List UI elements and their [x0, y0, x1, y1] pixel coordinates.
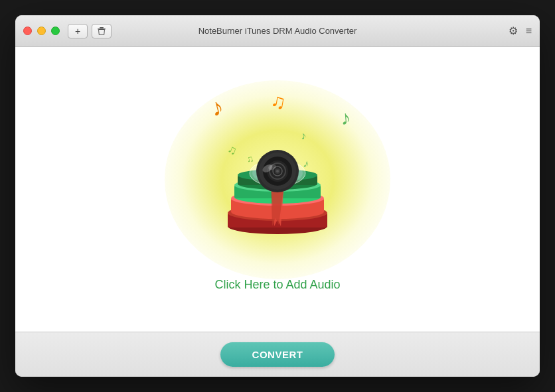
traffic-lights	[23, 27, 60, 35]
title-bar: + NoteBurner iTunes DRM Audio Converter …	[15, 15, 540, 47]
menu-icon[interactable]: ≡	[526, 25, 532, 37]
svg-text:♪: ♪	[302, 157, 310, 169]
delete-button[interactable]	[92, 24, 112, 38]
center-artwork: ♪ ♫ ♪ ♫ ♪	[178, 87, 377, 259]
svg-rect-1	[100, 27, 104, 29]
main-content[interactable]: ♪ ♫ ♪ ♫ ♪	[15, 47, 540, 332]
app-window: + NoteBurner iTunes DRM Audio Converter …	[15, 15, 540, 377]
svg-point-23	[276, 170, 279, 172]
title-bar-right: ⚙ ≡	[509, 25, 532, 37]
close-button[interactable]	[23, 27, 32, 35]
svg-text:♫: ♫	[245, 153, 255, 165]
add-button[interactable]: +	[68, 24, 88, 38]
minimize-button[interactable]	[37, 27, 46, 35]
convert-button[interactable]: CONVERT	[220, 342, 335, 367]
settings-icon[interactable]: ⚙	[509, 25, 518, 37]
window-title: NoteBurner iTunes DRM Audio Converter	[198, 26, 357, 36]
toolbar-controls: +	[68, 24, 112, 38]
bottom-bar: CONVERT	[15, 332, 540, 377]
app-logo: ♪ ♫	[204, 97, 351, 249]
add-audio-text[interactable]: Click Here to Add Audio	[214, 278, 340, 292]
maximize-button[interactable]	[51, 27, 60, 35]
